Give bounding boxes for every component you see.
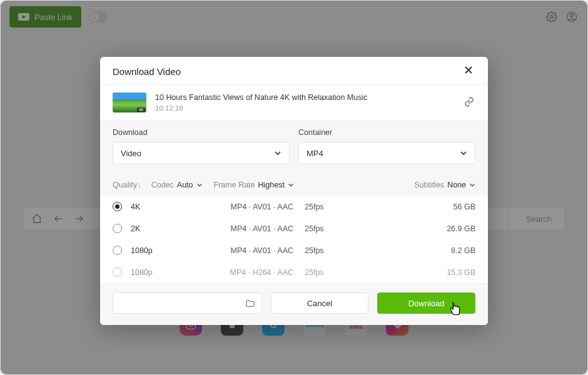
quality-row[interactable]: 1080pMP4 · AV01 · AAC25fps8.2 GB <box>100 239 488 261</box>
cursor-hand-icon <box>446 299 464 317</box>
video-thumbnail <box>113 92 146 112</box>
chevron-down-icon <box>469 182 475 188</box>
quality-row[interactable]: 4KMP4 · AV01 · AAC25fps56 GB <box>100 196 488 218</box>
container-value: MP4 <box>307 149 460 158</box>
chevron-down-icon <box>460 149 467 157</box>
download-button-label: Download <box>408 299 445 308</box>
chevron-down-icon <box>196 182 203 188</box>
chevron-down-icon <box>274 149 281 157</box>
modal-header: Download Video <box>100 57 488 85</box>
subtitles-filter[interactable]: Subtitles None <box>414 181 475 189</box>
selects-row: Download Video Container MP4 <box>100 121 488 174</box>
quality-radio[interactable] <box>113 202 122 211</box>
quality-codec: MP4 · AV01 · AAC <box>200 224 293 233</box>
modal-title: Download Video <box>113 66 464 77</box>
quality-fps: 25fps <box>293 246 337 255</box>
quality-fps: 25fps <box>293 202 337 211</box>
video-title: 10 Hours Fantastic Views of Nature 4K wi… <box>155 93 455 102</box>
video-info-row: 10 Hours Fantastic Views of Nature 4K wi… <box>100 85 488 121</box>
quality-label: Qualityi <box>113 181 140 189</box>
quality-resolution: 2K <box>131 224 200 233</box>
info-icon[interactable]: i <box>138 182 140 189</box>
close-icon <box>464 66 473 74</box>
quality-resolution: 1080p <box>131 268 200 277</box>
quality-list: 4KMP4 · AV01 · AAC25fps56 GB2KMP4 · AV01… <box>100 196 488 283</box>
quality-codec: MP4 · AV01 · AAC <box>200 202 293 211</box>
quality-codec: MP4 · H264 · AAC <box>200 268 293 277</box>
quality-size: 26.9 GB <box>447 224 475 233</box>
video-duration: 10:12:18 <box>155 104 455 112</box>
quality-row[interactable]: 2KMP4 · AV01 · AAC25fps26.9 GB <box>100 218 488 239</box>
quality-size: 15.3 GB <box>447 268 475 277</box>
link-icon <box>464 97 474 107</box>
quality-row: 1080pMP4 · H264 · AAC25fps15.3 GB <box>100 261 488 283</box>
quality-radio[interactable] <box>113 268 122 277</box>
chevron-down-icon <box>288 182 294 188</box>
quality-fps: 25fps <box>293 268 337 277</box>
cancel-button[interactable]: Cancel <box>271 292 369 314</box>
output-folder-button[interactable] <box>113 292 262 314</box>
download-modal: Download Video 10 Hours Fantastic Views … <box>100 57 488 325</box>
copy-link-button[interactable] <box>464 97 475 108</box>
container-select[interactable]: MP4 <box>298 142 475 164</box>
container-label: Container <box>298 128 475 137</box>
quality-size: 8.2 GB <box>451 246 475 255</box>
modal-footer: Cancel Download <box>100 283 488 325</box>
folder-icon <box>245 299 255 308</box>
codec-filter[interactable]: Codec Auto <box>151 181 203 189</box>
download-type-value: Video <box>121 149 274 158</box>
filter-row: Qualityi Codec Auto Frame Rate Highest S… <box>100 174 488 196</box>
framerate-filter[interactable]: Frame Rate Highest <box>214 181 294 189</box>
quality-radio[interactable] <box>113 246 122 255</box>
quality-radio[interactable] <box>113 224 122 233</box>
quality-size: 56 GB <box>454 202 475 211</box>
close-button[interactable] <box>464 66 475 77</box>
quality-resolution: 1080p <box>131 246 200 255</box>
quality-resolution: 4K <box>131 202 200 211</box>
quality-codec: MP4 · AV01 · AAC <box>200 246 293 255</box>
download-button[interactable]: Download <box>377 292 475 314</box>
download-type-select[interactable]: Video <box>113 142 290 164</box>
download-type-label: Download <box>113 128 290 137</box>
quality-fps: 25fps <box>293 224 337 233</box>
